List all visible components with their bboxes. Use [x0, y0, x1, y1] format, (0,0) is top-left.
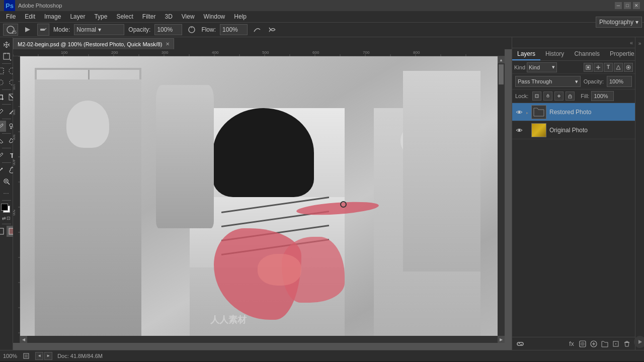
new-group-button[interactable] — [600, 339, 610, 349]
menu-window[interactable]: Window — [200, 12, 229, 21]
svg-marker-90 — [638, 340, 642, 344]
scroll-up-button[interactable]: ▲ — [498, 56, 505, 63]
new-adjustment-button[interactable] — [589, 339, 599, 349]
brush-preset-button[interactable]: 15 — [3, 24, 18, 36]
layer-visibility-restored[interactable] — [515, 108, 523, 116]
link-layers-button[interactable] — [515, 339, 525, 349]
svg-line-3 — [45, 28, 46, 30]
add-mask-button[interactable] — [578, 339, 588, 349]
smoothing-button[interactable] — [252, 24, 263, 35]
scroll-left-button[interactable]: ◀ — [20, 336, 27, 343]
canvas-scrollbar-horizontal[interactable]: ◀ ▶ — [20, 336, 505, 343]
menu-type[interactable]: Type — [90, 12, 111, 21]
new-layer-button[interactable] — [611, 339, 621, 349]
screen-mode-button[interactable] — [22, 352, 30, 360]
opacity-panel-input[interactable]: 100% — [607, 76, 632, 87]
flow-input[interactable]: 100% — [220, 24, 248, 35]
channels-tab[interactable]: Channels — [569, 48, 605, 60]
brush-mode-button[interactable] — [37, 24, 49, 36]
next-page-button[interactable]: ► — [44, 352, 52, 360]
folder-new-icon — [601, 340, 608, 347]
canvas-scrollbar-vertical[interactable]: ▲ ▼ — [498, 56, 505, 343]
tool-separator-7 — [2, 162, 11, 163]
menu-help[interactable]: Help — [230, 12, 251, 21]
svg-text:100: 100 — [61, 50, 68, 55]
menu-select[interactable]: Select — [112, 12, 137, 21]
play-recording-button[interactable] — [634, 336, 645, 348]
smart-filter-button[interactable] — [624, 63, 633, 72]
shape-filter-button[interactable] — [614, 63, 623, 72]
menu-image[interactable]: Image — [40, 12, 65, 21]
add-style-button[interactable]: fx — [567, 339, 577, 349]
crop-tool-button[interactable] — [0, 92, 6, 103]
brush-tool-button[interactable] — [0, 121, 6, 132]
zoom-tool-button[interactable] — [1, 176, 12, 187]
left-toolbar: ▸ — [0, 37, 13, 350]
layer-visibility-original[interactable] — [515, 126, 523, 134]
lasso-tool-button[interactable] — [0, 77, 6, 88]
move-tool-button[interactable] — [1, 39, 12, 50]
toggle-brush-options[interactable] — [22, 24, 33, 35]
workspace-dropdown[interactable]: Photography ▾ — [596, 17, 642, 28]
fill-input[interactable]: 100% — [591, 91, 614, 101]
delete-layer-button[interactable] — [622, 339, 632, 349]
svg-text:500: 500 — [13, 210, 16, 216]
mode-arrow: ▾ — [98, 26, 101, 33]
scroll-track-v[interactable] — [498, 63, 505, 336]
path-select-tool[interactable] — [0, 164, 6, 175]
kind-dropdown[interactable]: Kind ▾ — [527, 62, 557, 72]
opacity-input[interactable]: 100% — [154, 24, 182, 35]
layers-list: ▸ Restored Photo — [512, 103, 635, 337]
close-tab-button[interactable]: ✕ — [166, 41, 170, 47]
layers-tab[interactable]: Layers — [512, 48, 540, 60]
svg-point-76 — [627, 66, 629, 68]
minimize-button[interactable]: ─ — [615, 2, 622, 9]
lock-image-button[interactable] — [543, 92, 552, 101]
lock-position-button[interactable] — [554, 92, 564, 101]
adjustment-filter-button[interactable] — [594, 63, 603, 72]
history-tab[interactable]: History — [540, 48, 569, 60]
lock-all-button[interactable] — [566, 92, 575, 101]
mode-dropdown[interactable]: Normal ▾ — [74, 24, 124, 35]
type-filter-button[interactable]: T — [604, 63, 613, 72]
artboard-tool-button[interactable]: ▸ — [1, 51, 12, 62]
layer-item-original-photo[interactable]: Original Photo — [512, 121, 635, 139]
prev-page-button[interactable]: ◄ — [35, 352, 43, 360]
lock-transparent-button[interactable] — [532, 92, 541, 101]
close-button[interactable]: ✕ — [633, 2, 640, 9]
menu-bar: File Edit Image Layer Type Select Filter… — [0, 11, 644, 22]
menu-file[interactable]: File — [2, 12, 20, 21]
pixel-filter-button[interactable] — [584, 63, 593, 72]
rect-marquee-tool[interactable] — [0, 65, 6, 76]
pen-tool-button[interactable] — [0, 150, 6, 161]
foreground-color-swatch[interactable] — [1, 204, 8, 211]
expand-panel-button[interactable]: » — [636, 39, 644, 47]
canvas-area[interactable]: 100 200 300 400 500 600 700 800 — [13, 49, 512, 350]
more-tools-icon: ··· — [4, 191, 9, 196]
scroll-right-button[interactable]: ▶ — [498, 336, 505, 343]
menu-view[interactable]: View — [178, 12, 199, 21]
mode-value: Normal — [76, 26, 96, 33]
eyedropper-tool-button[interactable] — [0, 106, 6, 117]
symmetry-button[interactable] — [267, 24, 278, 35]
menu-edit[interactable]: Edit — [21, 12, 39, 21]
swap-colors-button[interactable]: ⇄ — [2, 216, 6, 221]
eraser-tool-button[interactable] — [0, 135, 6, 146]
svg-marker-1 — [25, 27, 30, 32]
airbrush-toggle[interactable] — [186, 24, 197, 35]
maximize-button[interactable]: □ — [624, 2, 631, 9]
blend-mode-dropdown[interactable]: Pass Through ▾ — [515, 76, 581, 87]
scroll-track-h[interactable] — [27, 336, 498, 343]
layer-item-restored-photo[interactable]: ▸ Restored Photo — [512, 103, 635, 121]
photo-canvas[interactable]: 人人素材 ▲ ▼ ◀ — [20, 56, 505, 343]
default-colors-button[interactable]: ⊡ — [7, 216, 11, 221]
standard-mode-button[interactable] — [0, 226, 6, 237]
active-document-tab[interactable]: M2-02-begin.psd @ 100% (Restored Photo, … — [13, 38, 174, 49]
layer-expand-arrow[interactable]: ▸ — [526, 109, 528, 116]
menu-layer[interactable]: Layer — [66, 12, 89, 21]
menu-3d[interactable]: 3D — [160, 12, 176, 21]
collapse-panel-button[interactable]: « — [630, 40, 633, 46]
scroll-thumb-v[interactable] — [499, 64, 504, 84]
more-tools-button[interactable]: ··· — [1, 188, 12, 199]
menu-filter[interactable]: Filter — [138, 12, 160, 21]
